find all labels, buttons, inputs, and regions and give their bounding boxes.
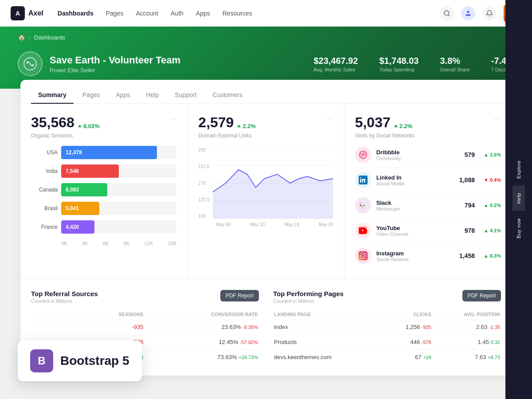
svg-rect-17 xyxy=(360,203,361,204)
stat-label-share: Overall Share xyxy=(440,67,469,72)
domain-links-badge: 2.2% xyxy=(237,123,256,129)
conversion-col-header: CONVERSION RATE xyxy=(144,310,258,319)
hero-subtitle: Power Elite Seller xyxy=(50,67,306,74)
domain-links-panel: 2,579 2.2% Domain External Links ··· 250 xyxy=(188,104,344,279)
bar-row-france: France 4,420 xyxy=(31,220,176,234)
svg-rect-16 xyxy=(360,205,361,206)
svg-point-25 xyxy=(364,254,365,254)
social-list: Dribbble Community 579 ▲ 2.6% Linked In … xyxy=(355,142,501,268)
buy-now-button[interactable]: Buy now xyxy=(512,211,525,246)
domain-links-label: Domain External Links xyxy=(198,133,256,139)
help-button[interactable]: Help xyxy=(512,186,525,211)
slack-icon xyxy=(355,197,371,213)
stat-value-spending: $1,748.03 xyxy=(379,56,419,66)
table-row: Index 1,256 -935 2.63 -1.35 xyxy=(274,320,500,334)
dribbble-icon xyxy=(355,147,371,163)
svg-rect-18 xyxy=(361,205,363,206)
svg-line-1 xyxy=(448,15,450,16)
bar-row-brasil: Brasil 5,041 xyxy=(31,202,176,215)
social-row-instagram: Instagram Social Network 1,458 ▲ 8.3% xyxy=(355,243,501,268)
table-row: -935 23.63% -9.35% xyxy=(32,320,258,334)
tab-pages[interactable]: Pages xyxy=(75,87,107,104)
brand-name: Axel xyxy=(28,9,43,17)
breadcrumb-current: Dashboards xyxy=(34,34,65,41)
pages-title: Top Performing Pages xyxy=(273,290,344,297)
stat-monthly-sales: $23,467.92 Avg. Monthly Sales xyxy=(313,56,358,72)
tab-apps[interactable]: Apps xyxy=(109,87,137,104)
bar-row-canada: Canada 6,083 xyxy=(31,183,176,196)
social-row-youtube: YouTube Video Channel 978 ▲ 4.1% xyxy=(355,218,501,243)
content-card: Summary Pages Apps Help Support Customer… xyxy=(20,80,512,376)
social-visits-value: 5,037 2.2% xyxy=(355,114,413,131)
referral-sub: Counted in Millions xyxy=(31,298,98,304)
breadcrumb: 🏠 › Dashboards xyxy=(18,34,514,41)
social-visits-badge: 2.2% xyxy=(394,123,413,129)
stat-today-spending: $1,748.03 Today Spending xyxy=(379,56,419,72)
position-col-header: AVG. POSITION xyxy=(432,310,500,319)
organic-sessions-badge: 8.02% xyxy=(78,123,100,129)
table-row: devs.keenthemes.com 67 +24 7.63 +8.73 xyxy=(274,350,500,364)
notifications-button[interactable] xyxy=(482,6,497,20)
organic-sessions-more[interactable]: ··· xyxy=(170,114,176,122)
tab-bar: Summary Pages Apps Help Support Customer… xyxy=(20,80,512,104)
tab-support[interactable]: Support xyxy=(168,87,203,104)
social-row-slack: Slack Messenger 794 ▲ 0.2% xyxy=(355,193,501,218)
svg-point-4 xyxy=(27,61,28,63)
youtube-icon xyxy=(355,223,371,239)
clicks-col-header: CLICKS xyxy=(383,310,431,319)
referral-pdf-button[interactable]: PDF Report xyxy=(220,290,259,301)
explore-button[interactable]: Explore xyxy=(512,153,525,186)
line-chart-svg xyxy=(213,148,333,219)
social-networks-panel: 5,037 2.2% Visits by Social Networks ··· xyxy=(344,104,501,279)
nav-links: Dashboards Pages Account Auth Apps Resou… xyxy=(58,10,440,17)
nav-auth[interactable]: Auth xyxy=(171,10,184,17)
avatar-small-button[interactable] xyxy=(461,6,475,20)
nav-pages[interactable]: Pages xyxy=(106,10,124,17)
performing-pages-section: Top Performing Pages Counted in Millions… xyxy=(273,290,501,365)
stats-panels: 35,568 8.02% Organic Sessions ··· USA xyxy=(20,104,512,279)
svg-point-15 xyxy=(360,177,361,179)
bar-row-usa: USA 12,478 xyxy=(31,146,176,159)
nav-dashboards[interactable]: Dashboards xyxy=(58,10,94,17)
hero-title: Save Earth - Volunteer Team xyxy=(50,55,306,66)
table-row: Products 446 -576 1.45 0.32 xyxy=(274,335,500,349)
svg-point-5 xyxy=(32,65,34,66)
domain-links-more[interactable]: ··· xyxy=(327,114,333,122)
svg-rect-14 xyxy=(360,179,361,183)
social-visits-label: Visits by Social Networks xyxy=(355,133,415,139)
landing-col-header: LANDING PAGE xyxy=(274,310,382,319)
pages-sub: Counted in Millions xyxy=(273,298,344,304)
brand-icon: A xyxy=(11,6,25,20)
tab-customers[interactable]: Customers xyxy=(205,87,250,104)
line-chart: 250 212.5 175 137.5 100 xyxy=(198,144,333,231)
bootstrap-icon: B xyxy=(30,349,53,372)
nav-apps[interactable]: Apps xyxy=(196,10,210,17)
svg-point-2 xyxy=(467,11,469,13)
instagram-icon xyxy=(355,248,371,264)
bar-row-india: India 7,546 xyxy=(31,164,176,178)
bar-axis: 0K 3K 6K 9K 12K 15K xyxy=(31,239,176,246)
organic-sessions-panel: 35,568 8.02% Organic Sessions ··· USA xyxy=(31,104,188,279)
linkedin-icon xyxy=(355,172,371,188)
social-visits-more[interactable]: ··· xyxy=(494,114,501,122)
side-panel: Explore Help Buy now xyxy=(505,0,532,393)
organic-sessions-value: 35,568 8.02% xyxy=(31,114,100,131)
stat-value-monthly: $23,467.92 xyxy=(313,56,358,66)
svg-rect-19 xyxy=(363,205,364,206)
tab-summary[interactable]: Summary xyxy=(31,87,74,104)
search-button[interactable] xyxy=(440,6,454,20)
brand[interactable]: A Axel xyxy=(11,6,43,20)
nav-resources[interactable]: Resources xyxy=(223,10,252,17)
stat-overall-share: 3.8% Overall Share xyxy=(440,56,469,72)
hero-section: 🏠 › Dashboards Save Earth - Volunteer Te… xyxy=(0,27,532,89)
svg-rect-20 xyxy=(361,207,363,208)
nav-account[interactable]: Account xyxy=(136,10,158,17)
organic-sessions-label: Organic Sessions xyxy=(31,133,100,139)
sessions-col-header: SESSIONS xyxy=(83,310,144,319)
navbar: A Axel Dashboards Pages Account Auth App… xyxy=(0,0,532,27)
stat-label-spending: Today Spending xyxy=(379,67,419,72)
social-row-linkedin: Linked In Social Media 1,088 ▼ 0.4% xyxy=(355,168,501,193)
pages-table: LANDING PAGE CLICKS AVG. POSITION Index … xyxy=(273,309,501,365)
tab-help[interactable]: Help xyxy=(139,87,166,104)
pages-pdf-button[interactable]: PDF Report xyxy=(462,290,501,301)
